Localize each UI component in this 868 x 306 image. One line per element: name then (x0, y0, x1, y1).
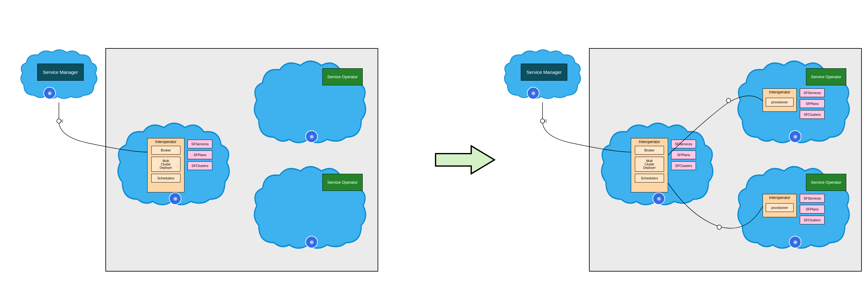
sfclusters-label: SFClusters (804, 113, 820, 116)
k8s-icon: ⎈ (789, 130, 801, 143)
sfservices-label: SFServices (804, 91, 821, 95)
svg-point-1 (57, 119, 61, 123)
worker-cloud-1-right: Service Operator Interoperator provision… (735, 59, 852, 146)
service-manager-box: Service Manager (521, 64, 567, 81)
mcd-box: Multi Cluster Deployer (151, 157, 180, 172)
interoperator-label: Interoperator (769, 90, 790, 94)
k8s-icon: ⎈ (43, 87, 56, 99)
sfplans-label: SFPlans (806, 102, 819, 106)
arrow-icon (434, 143, 496, 177)
svg-point-2 (540, 119, 545, 123)
k8s-icon: ⎈ (789, 236, 801, 248)
service-operator-box: Service Operator (806, 68, 846, 85)
sfplans-box: SFPlans (188, 150, 212, 159)
sfplans-label: SFPlans (193, 153, 207, 157)
sfservices-box: SFServices (188, 140, 212, 148)
provisioner-label: provisioner (771, 100, 788, 104)
service-manager-cloud-right: Service Manager ⎈ (502, 47, 583, 103)
schedulers-label: Schedulers (157, 176, 174, 180)
broker-box: Broker (635, 146, 664, 155)
mcd-label: Multi Cluster Deployer (643, 159, 656, 169)
schedulers-box: Schedulers (151, 174, 180, 183)
mcd-label: Multi Cluster Deployer (160, 159, 172, 169)
sfclusters-box: SFClusters (800, 110, 825, 119)
service-manager-cloud-left: Service Manager ⎈ (19, 47, 99, 103)
sfclusters-box: SFClusters (800, 216, 825, 224)
sfclusters-label: SFClusters (804, 218, 820, 222)
service-operator-label: Service Operator (811, 75, 841, 79)
sfservices-box: SFServices (671, 140, 696, 148)
sfplans-box: SFPlans (671, 150, 696, 159)
service-operator-box: Service Operator (322, 174, 363, 191)
sfplans-label: SFPlans (677, 153, 690, 157)
broker-label: Broker (645, 148, 654, 152)
service-manager-box: Service Manager (37, 64, 84, 81)
sfclusters-label: SFClusters (192, 164, 208, 168)
sfclusters-box: SFClusters (671, 161, 696, 170)
k8s-icon: ⎈ (653, 192, 665, 205)
service-manager-label: Service Manager (43, 69, 78, 75)
k8s-icon: ⎈ (169, 192, 181, 205)
interoperator-cloud-left: Interoperator Broker Multi Cluster Deplo… (115, 121, 232, 208)
worker-cloud-1-left: Service Operator ⎈ (251, 59, 369, 146)
service-operator-box: Service Operator (322, 68, 363, 85)
worker-cloud-2-left: Service Operator ⎈ (251, 165, 369, 251)
service-manager-label: Service Manager (526, 69, 561, 75)
transition-arrow (434, 143, 496, 178)
provisioner-label: provisioner (771, 206, 788, 210)
sfplans-box: SFPlans (800, 205, 825, 214)
sfservices-label: SFServices (191, 142, 209, 146)
k8s-icon: ⎈ (305, 236, 318, 248)
sfservices-box: SFServices (800, 194, 825, 203)
broker-label: Broker (161, 148, 171, 152)
sfplans-box: SFPlans (800, 99, 825, 108)
interoperator-label: Interoperator (639, 140, 660, 144)
interoperator-cloud-right: Interoperator Broker Multi Cluster Deplo… (598, 121, 716, 208)
service-operator-label: Service Operator (811, 180, 841, 185)
schedulers-label: Schedulers (641, 176, 658, 180)
k8s-icon: ⎈ (305, 130, 318, 143)
sfservices-label: SFServices (804, 196, 821, 200)
service-operator-box: Service Operator (806, 174, 846, 191)
worker-cloud-2-right: Service Operator Interoperator provision… (735, 165, 852, 251)
svg-marker-0 (436, 146, 494, 174)
k8s-icon: ⎈ (527, 87, 539, 99)
sfplans-label: SFPlans (806, 207, 819, 211)
broker-box: Broker (151, 146, 180, 155)
sfclusters-box: SFClusters (188, 161, 212, 170)
provisioner-box: provisioner (766, 203, 794, 212)
interoperator-label: Interoperator (155, 140, 177, 144)
sfservices-box: SFServices (800, 88, 825, 97)
service-operator-label: Service Operator (328, 180, 358, 185)
service-operator-label: Service Operator (328, 75, 358, 79)
schedulers-box: Schedulers (635, 174, 664, 183)
sfclusters-label: SFClusters (675, 164, 692, 168)
sfservices-label: SFServices (675, 142, 692, 146)
mcd-box: Multi Cluster Deployer (635, 157, 664, 172)
diagram-canvas: Service Manager ⎈ Interoperator Broker M… (0, 0, 868, 306)
interoperator-label: Interoperator (769, 196, 790, 200)
provisioner-box: provisioner (766, 98, 794, 107)
